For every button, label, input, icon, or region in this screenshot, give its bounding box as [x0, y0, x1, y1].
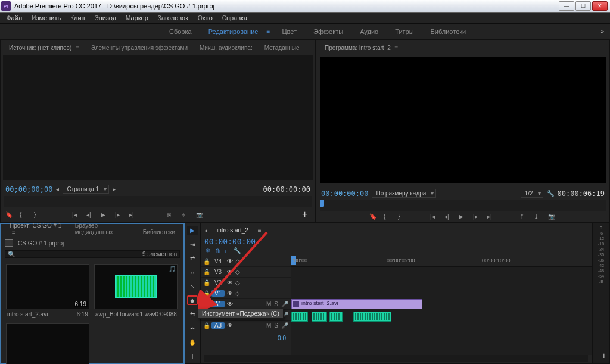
export-frame-icon[interactable]: 📷: [196, 211, 204, 218]
step-back-icon[interactable]: ◂|: [86, 211, 95, 218]
video-clip[interactable]: intro start_2.avi: [291, 299, 422, 309]
tab-menu-icon[interactable]: ≡: [74, 45, 79, 51]
tab-program[interactable]: Программа: intro start_2 ≡: [320, 43, 403, 53]
goto-in-icon[interactable]: |◂: [72, 211, 80, 218]
slip-tool-icon[interactable]: ⇆: [187, 310, 198, 319]
add-button-icon[interactable]: +: [602, 351, 606, 360]
menu-marker[interactable]: Маркер: [122, 13, 152, 23]
eye-icon[interactable]: 👁: [227, 258, 233, 265]
track-v1[interactable]: V1: [211, 290, 225, 297]
project-item[interactable]: [6, 323, 89, 364]
insert-icon[interactable]: ⎘: [167, 211, 176, 218]
timeline-scroll-value[interactable]: 0,0: [201, 331, 291, 345]
menu-clip[interactable]: Клип: [66, 13, 89, 23]
rate-stretch-tool-icon[interactable]: ⤡: [187, 282, 198, 291]
wrench-icon[interactable]: 🔧: [547, 190, 554, 197]
program-monitor[interactable]: [320, 57, 606, 183]
linked-sel-icon[interactable]: ⋒: [215, 247, 220, 254]
source-out-timecode[interactable]: 00:00:00:00: [263, 185, 310, 194]
razor-tool-icon[interactable]: ◆: [187, 295, 198, 305]
export-frame-icon[interactable]: 📷: [548, 213, 556, 220]
timeline-tracks[interactable]: :00:00 00:00:05:00 00:00:10:00 intro sta…: [291, 256, 592, 355]
in-icon[interactable]: {: [384, 213, 392, 220]
menu-help[interactable]: Справка: [218, 13, 251, 23]
goto-out-icon[interactable]: ▸|: [129, 211, 138, 218]
tab-source[interactable]: Источник: (нет клипов) ≡: [4, 43, 84, 53]
marker-add-icon[interactable]: ∩: [225, 247, 229, 254]
page-selector[interactable]: Страница 1: [63, 185, 109, 194]
ws-overflow-icon[interactable]: »: [600, 28, 604, 35]
ripple-tool-icon[interactable]: ⇄: [187, 254, 198, 263]
track-v4[interactable]: V4: [211, 258, 225, 265]
play-icon[interactable]: ▶: [101, 211, 109, 218]
page-prev-icon[interactable]: ◂: [56, 186, 59, 192]
out-icon[interactable]: }: [398, 213, 406, 220]
step-fwd-icon[interactable]: |▸: [473, 213, 481, 220]
menu-title[interactable]: Заголовок: [154, 13, 192, 23]
audio-clip[interactable]: [329, 312, 343, 322]
program-scrub-bar[interactable]: [320, 200, 606, 211]
playhead-icon[interactable]: [320, 200, 324, 207]
snap-icon[interactable]: ❄: [206, 247, 210, 254]
marker-icon[interactable]: 🔖: [5, 211, 14, 218]
track-a1[interactable]: A1: [211, 301, 225, 307]
extract-icon[interactable]: ⤓: [534, 213, 542, 220]
menu-sequence[interactable]: Эпизод: [91, 13, 121, 23]
step-fwd-icon[interactable]: |▸: [115, 211, 123, 218]
zoom-dropdown[interactable]: 1/2: [521, 189, 543, 198]
audio-clip[interactable]: [353, 312, 391, 322]
maximize-button[interactable]: ☐: [575, 1, 591, 11]
ws-assembly[interactable]: Сборка: [161, 25, 200, 38]
source-in-timecode[interactable]: 00;00;00;00: [5, 185, 52, 194]
tab-libraries[interactable]: Библиотеки: [138, 227, 180, 237]
audio-clip[interactable]: [312, 312, 327, 322]
ws-effects[interactable]: Эффекты: [305, 25, 351, 38]
program-in-timecode[interactable]: 00:00:00:00: [321, 189, 368, 198]
ws-editing[interactable]: Редактирование: [200, 25, 267, 38]
lift-icon[interactable]: ⤒: [519, 213, 528, 220]
seq-prev-icon[interactable]: ◂: [204, 227, 207, 234]
tab-project[interactable]: Проект: CS GO # 1 ≡: [5, 220, 68, 237]
ws-titles[interactable]: Титры: [387, 25, 422, 38]
page-next-icon[interactable]: ▸: [113, 186, 116, 192]
project-search-input[interactable]: [15, 251, 142, 257]
overwrite-icon[interactable]: ⎆: [182, 211, 190, 218]
track-a3[interactable]: A3: [211, 322, 225, 329]
timeline-zoom-bar[interactable]: [204, 355, 588, 362]
program-out-timecode[interactable]: 00:00:06:19: [558, 189, 605, 198]
mic-icon[interactable]: 🎤: [281, 301, 288, 307]
settings-icon[interactable]: 🔧: [234, 247, 241, 254]
fit-dropdown[interactable]: По размеру кадра: [372, 189, 436, 198]
track-v2[interactable]: V2: [211, 279, 225, 286]
toggle-output-icon[interactable]: ◇: [235, 258, 240, 265]
mute-icon[interactable]: M: [266, 301, 271, 307]
track-v3[interactable]: V3: [211, 269, 225, 275]
menu-window[interactable]: Окно: [194, 13, 217, 23]
pen-tool-icon[interactable]: ✒: [187, 324, 198, 333]
source-monitor[interactable]: [3, 55, 313, 180]
project-item[interactable]: 🎵 awp_Boltforward1.wav0:09088: [94, 264, 178, 318]
tab-metadata[interactable]: Метаданные: [260, 43, 304, 53]
time-ruler[interactable]: :00:00 00:00:05:00 00:00:10:00: [291, 256, 592, 267]
menu-edit[interactable]: Изменить: [27, 13, 65, 23]
project-item[interactable]: 6:19 intro start_2.avi6:19: [6, 264, 89, 318]
step-back-icon[interactable]: ◂|: [444, 213, 453, 220]
track-select-tool-icon[interactable]: ⇥: [187, 239, 198, 248]
minimize-button[interactable]: —: [559, 1, 574, 11]
tab-audio-mixer[interactable]: Микш. аудиоклипа:: [195, 43, 257, 53]
add-button-icon[interactable]: +: [302, 209, 310, 220]
sequence-tab[interactable]: intro start_2: [212, 225, 253, 235]
type-tool-icon[interactable]: T: [187, 352, 198, 361]
goto-in-icon[interactable]: |◂: [430, 213, 438, 220]
in-icon[interactable]: {: [20, 211, 28, 218]
lock-icon[interactable]: 🔒: [203, 258, 209, 265]
out-icon[interactable]: }: [34, 211, 42, 218]
ws-color[interactable]: Цвет: [273, 25, 305, 38]
close-button[interactable]: ✕: [592, 1, 608, 11]
hand-tool-icon[interactable]: ✋: [187, 338, 198, 347]
audio-clip[interactable]: [291, 312, 308, 322]
tab-effect-controls[interactable]: Элементы управления эффектами: [86, 43, 192, 53]
ws-editing-menu-icon[interactable]: ≡: [266, 28, 273, 35]
source-scrub-bar[interactable]: [4, 196, 312, 207]
marker-icon[interactable]: 🔖: [369, 213, 378, 220]
